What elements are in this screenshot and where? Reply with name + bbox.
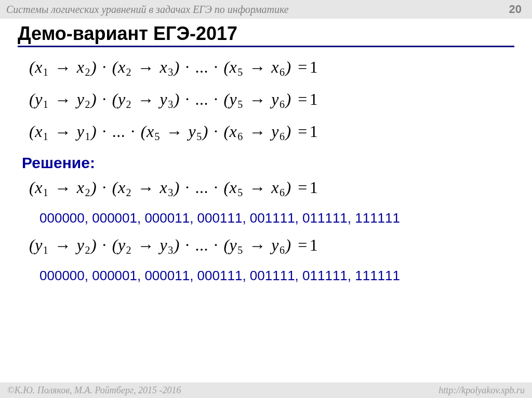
sequence-row-1: 000000, 000001, 000011, 000111, 001111, … — [18, 210, 514, 226]
equation-4: (x1 → x2) · (x2 → x3) · ... · (x5 → x6) … — [29, 178, 514, 199]
equation-5: (y1 → y2) · (y2 → y3) · ... · (y5 → y6) … — [29, 236, 514, 256]
page-title: Демо-вариант ЕГЭ-2017 — [18, 23, 514, 45]
arrow-icon: → — [54, 58, 73, 77]
equations-block: (x1 → x2) · (x2 → x3) · ... · (x5 → x6) … — [18, 58, 514, 143]
slide: Системы логических уравнений в задачах Е… — [0, 0, 532, 398]
header-topic: Системы логических уравнений в задачах Е… — [6, 4, 289, 16]
solution-label: Решение: — [22, 154, 514, 172]
footer-copyright: ©К.Ю. Поляков, М.А. Ройтберг, 2015 -2016 — [7, 385, 181, 396]
equation-2: (y1 → y2) · (y2 → y3) · ... · (y5 → y6) … — [29, 90, 514, 111]
footer-url: http://kpolyakov.spb.ru — [438, 385, 525, 396]
header-bar: Системы логических уравнений в задачах Е… — [0, 0, 532, 19]
footer-bar: ©К.Ю. Поляков, М.А. Ройтберг, 2015 -2016… — [0, 382, 532, 398]
equation-3: (x1 → y1) · ... · (x5 → y5) · (x6 → y6) … — [29, 122, 514, 143]
page-number: 20 — [509, 3, 522, 16]
content-area: Демо-вариант ЕГЭ-2017 (x1 → x2) · (x2 → … — [0, 19, 532, 284]
equation-1: (x1 → x2) · (x2 → x3) · ... · (x5 → x6) … — [29, 58, 514, 78]
solution-block-2: (y1 → y2) · (y2 → y3) · ... · (y5 → y6) … — [18, 236, 514, 256]
solution-block: (x1 → x2) · (x2 → x3) · ... · (x5 → x6) … — [18, 178, 514, 199]
title-rule — [18, 46, 514, 47]
sequence-row-2: 000000, 000001, 000011, 000111, 001111, … — [18, 268, 514, 284]
